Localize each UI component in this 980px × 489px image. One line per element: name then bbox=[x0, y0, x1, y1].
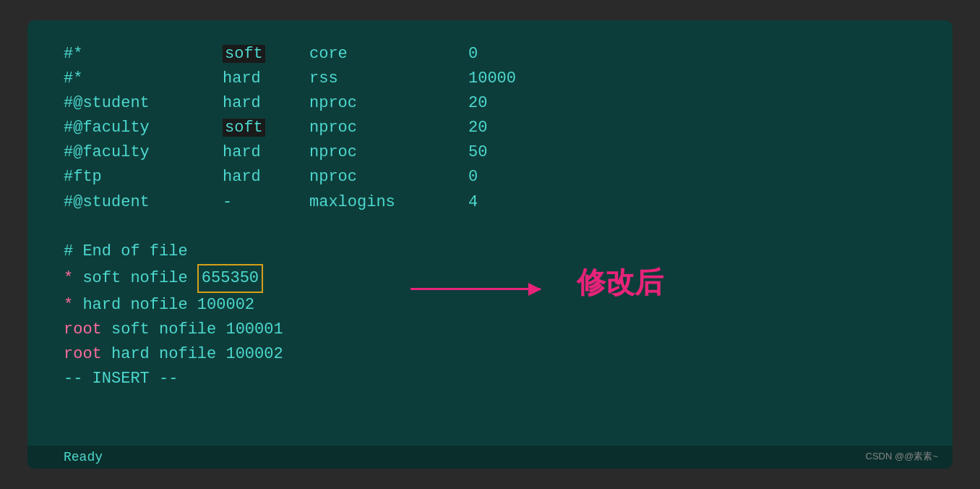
col2-val: - bbox=[223, 190, 309, 215]
star-symbol: * bbox=[64, 266, 82, 291]
col1-val: #@student bbox=[64, 190, 223, 215]
arrow-annotation bbox=[411, 288, 541, 290]
col3-val: nproc bbox=[309, 140, 468, 165]
col3-val: core bbox=[309, 42, 468, 67]
nofile-box: 655350 bbox=[197, 264, 263, 293]
arrow-line bbox=[411, 288, 541, 290]
root-line-1: root soft nofile 100001 bbox=[64, 318, 916, 342]
end-of-file-text: # End of file bbox=[64, 239, 188, 264]
table-row: #ftp hard nproc 0 bbox=[64, 165, 916, 190]
col3-val: nproc bbox=[309, 165, 468, 190]
col4-val: 20 bbox=[468, 91, 487, 116]
table-row: #@faculty hard nproc 50 bbox=[64, 140, 916, 165]
table-row: #* soft core 0 bbox=[64, 42, 916, 67]
col2-val: hard bbox=[223, 165, 309, 190]
col3-val: maxlogins bbox=[309, 190, 468, 215]
root-keyword: root bbox=[64, 318, 102, 342]
annotation-text: 修改后 bbox=[577, 263, 663, 302]
table-row: #@faculty soft nproc 20 bbox=[64, 116, 916, 140]
col2-val: soft bbox=[223, 116, 309, 140]
col4-val: 4 bbox=[468, 190, 478, 215]
col1-val: #* bbox=[64, 67, 223, 91]
table-row: #@student hard nproc 20 bbox=[64, 91, 916, 116]
col4-val: 0 bbox=[468, 42, 478, 67]
table-row: #@student - maxlogins 4 bbox=[64, 190, 916, 215]
col1-val: #* bbox=[64, 42, 223, 67]
star-symbol: * bbox=[64, 293, 82, 318]
terminal-content: #* soft core 0 #* hard rss 10000 #@stude… bbox=[64, 42, 916, 391]
col4-val: 50 bbox=[468, 140, 487, 165]
soft-highlight: soft bbox=[223, 45, 265, 63]
end-of-file-line: # End of file bbox=[64, 239, 916, 264]
col3-val: rss bbox=[309, 67, 468, 91]
status-text: Ready bbox=[64, 450, 103, 464]
root-keyword: root bbox=[64, 342, 102, 367]
insert-mode-text: -- INSERT -- bbox=[64, 367, 178, 391]
col4-val: 20 bbox=[468, 116, 487, 140]
col1-val: #@faculty bbox=[64, 116, 223, 140]
col1-val: #ftp bbox=[64, 165, 223, 190]
hard-nofile-text: hard nofile 100002 bbox=[82, 293, 254, 318]
col4-val: 0 bbox=[468, 165, 478, 190]
terminal-window: #* soft core 0 #* hard rss 10000 #@stude… bbox=[27, 20, 953, 469]
col4-val: 10000 bbox=[468, 67, 516, 91]
empty-line bbox=[64, 215, 916, 239]
root-hard-text: hard nofile 100002 bbox=[102, 342, 283, 367]
col2-val: hard bbox=[223, 91, 309, 116]
status-bar: Ready bbox=[27, 446, 953, 469]
col3-val: nproc bbox=[309, 116, 468, 140]
table-row: #* hard rss 10000 bbox=[64, 67, 916, 91]
root-line-2: root hard nofile 100002 bbox=[64, 342, 916, 367]
col1-val: #@student bbox=[64, 91, 223, 116]
col1-val: #@faculty bbox=[64, 140, 223, 165]
col2-val: hard bbox=[223, 140, 309, 165]
root-soft-text: soft nofile 100001 bbox=[102, 318, 283, 342]
star-line-2: * hard nofile 100002 bbox=[64, 293, 916, 318]
soft-highlight: soft bbox=[223, 119, 265, 137]
col2-val: hard bbox=[223, 67, 309, 91]
soft-nofile-text: soft nofile bbox=[82, 266, 197, 291]
csdn-watermark: CSDN @@素素~ bbox=[866, 450, 938, 463]
col2-val: soft bbox=[223, 42, 309, 67]
col3-val: nproc bbox=[309, 91, 468, 116]
insert-mode-line: -- INSERT -- bbox=[64, 367, 916, 391]
